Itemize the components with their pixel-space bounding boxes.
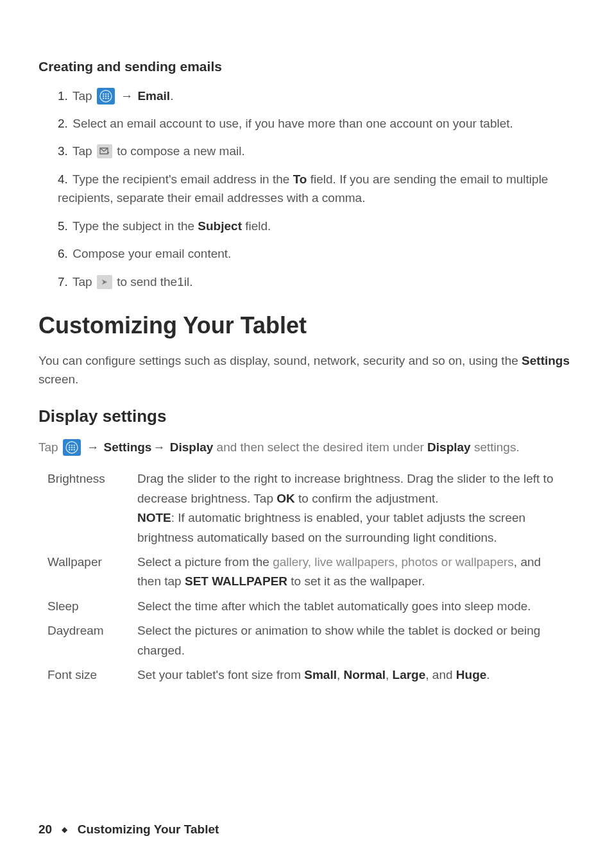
comma: , <box>337 668 344 681</box>
to-label: To <box>293 172 307 186</box>
step-text: Compose your email content. <box>72 247 231 260</box>
table-row: Font size Set your tablet's font size fr… <box>47 663 574 687</box>
step-1: 1. Tap → Email. <box>55 87 574 105</box>
period: . <box>170 89 173 103</box>
comma: , and <box>425 668 456 681</box>
svg-point-8 <box>105 97 106 99</box>
wallpaper-label: Wallpaper <box>47 550 137 594</box>
desc-text: Select a picture from the <box>137 555 273 569</box>
svg-point-18 <box>71 449 72 450</box>
svg-point-14 <box>69 444 70 446</box>
step-text: Select an email account to use, if you h… <box>72 117 513 130</box>
page-footer: 20 ◆ Customizing Your Tablet <box>38 820 219 839</box>
step-2: 2. Select an email account to use, if yo… <box>55 114 574 133</box>
apps-icon <box>63 439 81 456</box>
tap-text: Tap <box>38 440 62 454</box>
display-label: Display <box>427 440 471 454</box>
huge-label: Huge <box>456 668 487 681</box>
footer-title: Customizing Your Tablet <box>78 822 219 836</box>
step-text: Tap <box>72 144 96 158</box>
apps-icon <box>97 88 115 104</box>
subject-label: Subject <box>198 219 242 233</box>
small-label: Small <box>304 668 337 681</box>
fontsize-desc: Set your tablet's font size from Small, … <box>137 663 574 687</box>
step-text: to send the1il. <box>114 275 193 288</box>
desc-text: Set your tablet's font size from <box>137 668 304 681</box>
ok-label: OK <box>276 492 295 505</box>
period: . <box>486 668 489 681</box>
email-label: Email <box>137 89 170 103</box>
diamond-icon: ◆ <box>55 825 74 834</box>
step-text: Tap <box>72 275 96 288</box>
step-text: Type the recipient's email address in th… <box>72 172 293 186</box>
sleep-desc: Select the time after which the tablet a… <box>137 594 574 619</box>
display-settings-table: Brightness Drag the slider to the right … <box>47 467 574 687</box>
normal-label: Normal <box>344 668 386 681</box>
svg-point-19 <box>74 449 75 450</box>
arrow-icon: → <box>82 440 104 454</box>
settings-label: Settings <box>103 440 151 454</box>
step-7: 7. Tap to send the1il. <box>55 272 574 291</box>
display-label: Display <box>170 440 214 454</box>
table-row: Brightness Drag the slider to the right … <box>47 467 574 550</box>
desc-text: : If automatic brightness is enabled, yo… <box>137 511 525 544</box>
svg-point-3 <box>107 95 108 96</box>
step-6: 6. Compose your email content. <box>55 244 574 263</box>
svg-point-16 <box>74 444 75 446</box>
svg-point-2 <box>105 95 106 96</box>
compose-icon <box>97 144 112 158</box>
daydream-desc: Select the pictures or animation to show… <box>137 619 574 663</box>
svg-point-6 <box>107 93 108 94</box>
step-num: 6. <box>58 244 69 263</box>
lead-text: You can configure settings such as displ… <box>38 354 522 367</box>
svg-point-13 <box>74 447 75 448</box>
step-text: field. <box>242 219 271 233</box>
svg-point-11 <box>69 447 70 448</box>
customize-heading: Customizing Your Tablet <box>38 308 574 344</box>
set-wallpaper-label: SET WALLPAPER <box>185 574 287 588</box>
arrow-icon: → <box>116 89 138 103</box>
settings-label: Settings <box>522 354 570 367</box>
comma: , <box>386 668 393 681</box>
display-settings-heading: Display settings <box>38 403 574 429</box>
brightness-desc: Drag the slider to the right to increase… <box>137 467 574 550</box>
table-row: Wallpaper Select a picture from the gall… <box>47 550 574 594</box>
display-intro: Tap → Settings→ Display and then select … <box>38 438 574 456</box>
svg-point-9 <box>107 97 108 99</box>
step-num: 2. <box>58 114 69 133</box>
table-row: Daydream Select the pictures or animatio… <box>47 619 574 663</box>
svg-point-17 <box>69 449 70 450</box>
svg-point-12 <box>71 447 72 448</box>
desc-text: to confirm the adjustment. <box>295 492 439 505</box>
step-text: Tap <box>72 89 96 103</box>
svg-point-7 <box>103 97 104 99</box>
step-4: 4. Type the recipient's email address in… <box>55 170 574 208</box>
intro-text: and then select the desired item under <box>213 440 427 454</box>
step-num: 4. <box>58 170 69 188</box>
customize-lead: You can configure settings such as displ… <box>38 351 574 389</box>
wallpaper-desc: Select a picture from the gallery, live … <box>137 550 574 594</box>
daydream-label: Daydream <box>47 619 137 663</box>
step-num: 1. <box>58 87 69 105</box>
step-text: to compose a new mail. <box>114 144 245 158</box>
fontsize-label: Font size <box>47 663 137 687</box>
svg-point-15 <box>71 444 72 446</box>
email-steps: 1. Tap → Email. 2. Select an email accou… <box>38 87 574 292</box>
step-num: 5. <box>58 217 69 235</box>
wallpaper-options: gallery, live wallpapers, photos or wall… <box>273 555 514 569</box>
step-num: 7. <box>58 272 69 291</box>
step-5: 5. Type the subject in the Subject field… <box>55 217 574 235</box>
lead-text: screen. <box>38 372 78 386</box>
large-label: Large <box>393 668 426 681</box>
page-number: 20 <box>38 822 52 836</box>
emails-heading: Creating and sending emails <box>38 56 574 78</box>
step-text: Type the subject in the <box>72 219 198 233</box>
table-row: Sleep Select the time after which the ta… <box>47 594 574 619</box>
step-num: 3. <box>58 142 69 160</box>
step-3: 3. Tap to compose a new mail. <box>55 142 574 160</box>
brightness-label: Brightness <box>47 467 137 550</box>
desc-text: to set it as the wallpaper. <box>287 574 425 588</box>
svg-point-5 <box>105 93 106 94</box>
sleep-label: Sleep <box>47 594 137 619</box>
send-icon <box>97 275 112 289</box>
